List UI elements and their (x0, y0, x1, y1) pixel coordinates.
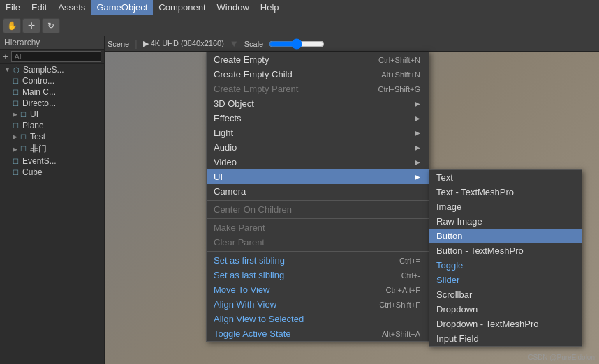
submenu-item-image[interactable]: Image (429, 199, 582, 214)
list-item: ▶ ☐ Test (0, 131, 104, 142)
watermark: CSDN @PureEidolon (528, 354, 595, 361)
menu-assets[interactable]: Assets (52, 0, 91, 15)
menu-clear-parent[interactable]: Clear Parent (207, 235, 429, 250)
rotate-tool-button[interactable]: ↻ (42, 18, 60, 33)
hierarchy-title: Hierarchy (4, 38, 40, 47)
scene-tab[interactable]: Scene (108, 40, 129, 48)
list-item: ▶ ☐ 非门 (0, 142, 104, 156)
menu-item-label: Create Empty (214, 54, 269, 65)
menu-make-parent[interactable]: Make Parent (207, 220, 429, 235)
scene-area: Scene | ▶ 4K UHD (3840x2160) ▼ Scale Cre… (105, 36, 599, 364)
list-item: ☐ EventS... (0, 156, 104, 167)
menu-item-label: Set as first sibling (214, 255, 285, 266)
menu-move-to-view[interactable]: Move To View Ctrl+Alt+F (207, 282, 429, 297)
menu-audio[interactable]: Audio ▶ (207, 140, 429, 155)
submenu-item-scrollbar[interactable]: Scrollbar (429, 287, 582, 302)
gameobject-icon: ☐ (13, 169, 19, 176)
menu-item-shortcut: Ctrl+Shift+F (379, 301, 420, 309)
menu-edit[interactable]: Edit (26, 0, 52, 15)
submenu-item-raw-image[interactable]: Raw Image (429, 214, 582, 229)
hierarchy-item-label: 非门 (30, 143, 47, 155)
list-item: ☐ Main C... (0, 86, 104, 98)
submenu-item-input-field[interactable]: Input Field (429, 331, 582, 346)
menu-ui[interactable]: UI ▶ (207, 169, 429, 184)
submenu-item-label: Text - TextMeshPro (436, 187, 514, 197)
gameobject-icon: ☐ (20, 145, 27, 153)
gameobject-icon: ☐ (13, 122, 19, 130)
menu-light[interactable]: Light ▶ (207, 126, 429, 140)
menu-video[interactable]: Video ▶ (207, 155, 429, 169)
menu-item-label: Toggle Active State (214, 328, 291, 339)
submenu-item-text-mesh-pro[interactable]: Text - TextMeshPro (429, 185, 582, 199)
menu-camera[interactable]: Camera (207, 184, 429, 199)
menu-window[interactable]: Window (212, 0, 255, 15)
menu-last-sibling[interactable]: Set as last sibling Ctrl+- (207, 268, 429, 282)
submenu-item-button-mesh-pro[interactable]: Button - TextMeshPro (429, 243, 582, 258)
submenu-arrow-icon: ▶ (415, 114, 420, 122)
menu-component[interactable]: Component (153, 0, 211, 15)
hierarchy-item-label: Cube (22, 167, 43, 177)
plus-icon[interactable]: + (3, 52, 8, 62)
menu-item-shortcut: Alt+Shift+N (381, 70, 420, 79)
menu-align-view-to-selected[interactable]: Align View to Selected (207, 312, 429, 326)
menu-center-on-children[interactable]: Center On Children (207, 202, 429, 217)
submenu-item-text[interactable]: Text (429, 170, 582, 185)
submenu-item-label: Toggle (436, 260, 463, 271)
menu-help[interactable]: Help (255, 0, 285, 15)
menu-align-with-view[interactable]: Align With View Ctrl+Shift+F (207, 297, 429, 312)
menubar: File Edit Assets GameObject Component Wi… (0, 0, 599, 15)
search-input[interactable] (11, 51, 101, 62)
menu-item-label: Clear Parent (214, 237, 265, 248)
submenu-item-label: Scrollbar (436, 289, 472, 300)
gameobject-icon: ☐ (13, 100, 19, 107)
resolution-dropdown[interactable]: ▶ 4K UHD (3840x2160) (143, 39, 224, 48)
main-content: Hierarchy + ▼ ⬡ SampleS... ☐ Contro... ☐… (0, 36, 599, 364)
list-item: ☐ Directo... (0, 98, 104, 109)
submenu-arrow-icon: ▶ (415, 144, 420, 151)
menu-create-empty[interactable]: Create Empty Ctrl+Shift+N (207, 52, 429, 67)
toolbar: ✋ ✛ ↻ (0, 15, 599, 36)
hand-tool-button[interactable]: ✋ (3, 18, 21, 33)
hierarchy-item-label: Contro... (22, 76, 54, 86)
gameobject-menu: Create Empty Ctrl+Shift+N Create Empty C… (206, 52, 429, 342)
menu-gameobject[interactable]: GameObject (91, 0, 153, 15)
menu-toggle-active-state[interactable]: Toggle Active State Alt+Shift+A (207, 326, 429, 341)
list-item: ☐ Cube (0, 167, 104, 178)
submenu-item-label: Input Field (436, 333, 479, 344)
gameobject-icon: ☐ (20, 111, 27, 119)
menu-item-label: Create Empty Parent (214, 84, 298, 94)
gameobject-icon: ☐ (13, 158, 19, 165)
menu-first-sibling[interactable]: Set as first sibling Ctrl+= (207, 253, 429, 268)
move-tool-button[interactable]: ✛ (22, 18, 40, 33)
hierarchy-panel: Hierarchy + ▼ ⬡ SampleS... ☐ Contro... ☐… (0, 36, 105, 364)
menu-item-shortcut: Ctrl+- (401, 271, 420, 280)
menu-separator-3 (207, 251, 429, 252)
submenu-arrow-icon: ▶ (415, 173, 420, 181)
menu-item-label: Center On Children (214, 204, 292, 215)
hierarchy-item-label: Test (30, 132, 45, 142)
menu-create-empty-child[interactable]: Create Empty Child Alt+Shift+N (207, 67, 429, 82)
scale-slider[interactable] (269, 38, 325, 50)
menu-item-label: 3D Object (214, 98, 254, 109)
menu-file[interactable]: File (0, 0, 26, 15)
submenu-item-dropdown-mesh-pro[interactable]: Dropdown - TextMeshPro (429, 317, 582, 331)
list-item: ☐ Plane (0, 120, 104, 131)
menu-create-empty-parent[interactable]: Create Empty Parent Ctrl+Shift+G (207, 82, 429, 96)
submenu-item-toggle[interactable]: Toggle (429, 258, 582, 273)
menu-3d-object[interactable]: 3D Object ▶ (207, 96, 429, 111)
menu-item-shortcut: Ctrl+Shift+N (378, 56, 420, 64)
submenu-item-button[interactable]: Button (429, 229, 582, 243)
menu-item-label: Camera (214, 186, 246, 197)
submenu-item-label: Slider (436, 275, 459, 285)
hierarchy-item-label: UI (30, 109, 38, 119)
menu-effects[interactable]: Effects ▶ (207, 111, 429, 126)
submenu-item-slider[interactable]: Slider (429, 273, 582, 287)
menu-item-label: Set as last sibling (214, 270, 284, 280)
submenu-item-label: Button - TextMeshPro (436, 245, 524, 256)
list-item: ▶ ☐ UI (0, 109, 104, 120)
list-item: ☐ Contro... (0, 75, 104, 86)
menu-item-label: Audio (214, 142, 237, 153)
submenu-item-label: Dropdown (436, 304, 478, 314)
submenu-item-dropdown[interactable]: Dropdown (429, 302, 582, 317)
menu-item-label: Light (214, 128, 233, 138)
